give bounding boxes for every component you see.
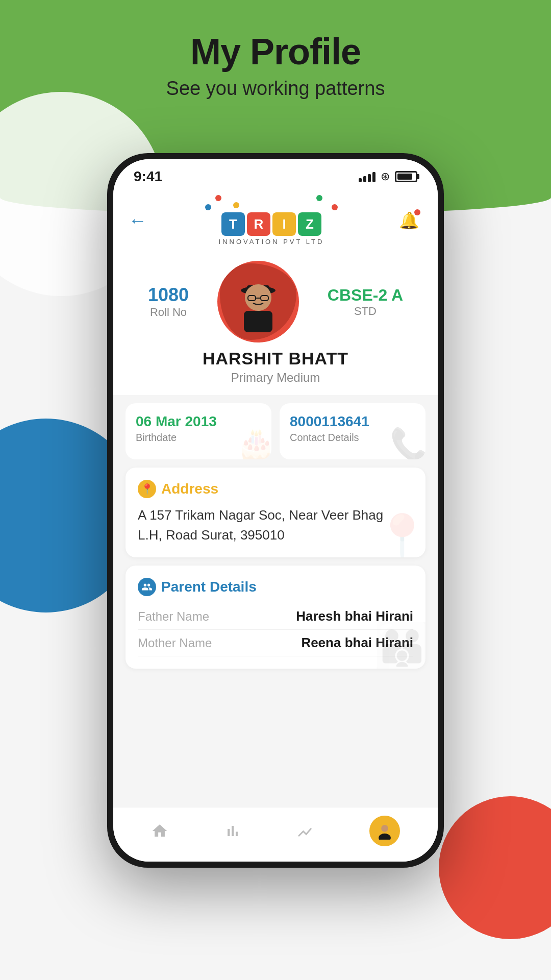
phone-icon: 📞 [390, 426, 425, 459]
nav-stats[interactable] [224, 822, 241, 840]
dot-yellow-bottom [233, 202, 239, 208]
people-icon [141, 581, 153, 593]
mother-label: Mother Name [138, 636, 212, 650]
address-line1: A 157 Trikam Nagar Soc, Near Veer Bhag [138, 507, 383, 523]
logo-block-i: I [272, 212, 296, 236]
nav-activity[interactable] [296, 822, 314, 840]
dot-green-top [316, 195, 322, 201]
profile-info-row: 1080 Roll No [113, 256, 438, 342]
wifi-icon: ⊛ [381, 170, 390, 183]
parent-header: Parent Details [138, 578, 413, 596]
svg-point-8 [379, 834, 391, 840]
parent-details-card: Parent Details Father Name Haresh bhai H… [126, 566, 425, 669]
signal-icon [359, 171, 375, 182]
father-row: Father Name Haresh bhai Hirani [138, 603, 413, 630]
avatar [217, 261, 299, 342]
dot-blue-bottom [205, 204, 211, 210]
birthday-icon: 🎂 [236, 426, 271, 459]
notification-button[interactable]: 🔔 [396, 207, 422, 234]
logo-dots [205, 195, 338, 210]
nav-profile[interactable] [369, 816, 400, 846]
nav-profile-avatar [369, 816, 400, 846]
page-title: My Profile [0, 31, 551, 72]
bg-red-blob [439, 796, 551, 939]
svg-rect-6 [244, 311, 272, 332]
std-value: CBSE-2 A [328, 286, 403, 305]
parent-bg-icon: 👪 [373, 620, 425, 669]
phone-screen: 9:41 ⊛ ← [113, 159, 438, 862]
avatar-shape [220, 263, 296, 340]
status-bar: 9:41 ⊛ [113, 159, 438, 190]
activity-icon [296, 822, 314, 840]
avatar-svg [233, 271, 284, 332]
home-icon [151, 822, 168, 840]
std-info: CBSE-2 A STD [328, 286, 403, 318]
notification-badge [414, 209, 420, 215]
stats-icon [224, 822, 241, 840]
contact-value: 8000113641 [290, 413, 369, 430]
page-header: My Profile See you working patterns [0, 31, 551, 100]
app-header: ← T R I Z INNOVATION PVT LTD [113, 190, 438, 256]
student-medium: Primary Medium [231, 371, 320, 385]
logo-block-t: T [221, 212, 245, 236]
battery-icon [395, 171, 417, 182]
svg-point-7 [381, 825, 388, 832]
birth-contact-row: 06 Mar 2013 Birthdate 🎂 8000113641 Conta… [126, 403, 425, 459]
status-icons: ⊛ [359, 170, 417, 183]
father-label: Father Name [138, 609, 209, 624]
student-name: HARSHIT BHATT [203, 349, 348, 369]
address-text: A 157 Trikam Nagar Soc, Near Veer Bhag L… [138, 505, 413, 545]
logo-block-r: R [247, 212, 270, 236]
address-title: Address [161, 481, 218, 497]
birthdate-card: 06 Mar 2013 Birthdate 🎂 [126, 403, 271, 459]
contact-card: 8000113641 Contact Details 📞 [280, 403, 425, 459]
roll-info: 1080 Roll No [148, 284, 189, 319]
page-subtitle: See you working patterns [0, 78, 551, 100]
bottom-nav [113, 807, 438, 862]
roll-number: 1080 [148, 284, 189, 306]
profile-section: 1080 Roll No [113, 256, 438, 395]
dot-red-top [215, 195, 221, 201]
parent-title: Parent Details [161, 579, 257, 595]
logo-area: T R I Z INNOVATION PVT LTD [205, 195, 338, 246]
location-icon: 📍 [138, 480, 156, 498]
contact-label: Contact Details [290, 432, 359, 444]
std-label: STD [328, 305, 403, 318]
status-time: 9:41 [134, 168, 162, 185]
dot-red-bottom [332, 204, 338, 210]
phone-frame: 9:41 ⊛ ← [107, 153, 444, 868]
birthdate-value: 06 Mar 2013 [136, 413, 217, 430]
mother-row: Mother Name Reena bhai Hirani [138, 630, 413, 656]
logo-subtitle: INNOVATION PVT LTD [219, 238, 324, 246]
logo-blocks: T R I Z [221, 212, 321, 236]
nav-home[interactable] [151, 822, 168, 840]
address-line2: L.H, Road Surat, 395010 [138, 527, 285, 543]
back-button[interactable]: ← [129, 210, 147, 231]
parent-icon [138, 578, 156, 596]
logo-block-z: Z [298, 212, 321, 236]
address-card: 📍 Address A 157 Trikam Nagar Soc, Near V… [126, 468, 425, 557]
roll-label: Roll No [148, 306, 189, 319]
nav-avatar-svg [376, 822, 393, 840]
address-bg-icon: 📍 [373, 511, 425, 557]
address-header: 📍 Address [138, 480, 413, 498]
scroll-content[interactable]: 06 Mar 2013 Birthdate 🎂 8000113641 Conta… [113, 395, 438, 807]
birthdate-label: Birthdate [136, 432, 177, 444]
